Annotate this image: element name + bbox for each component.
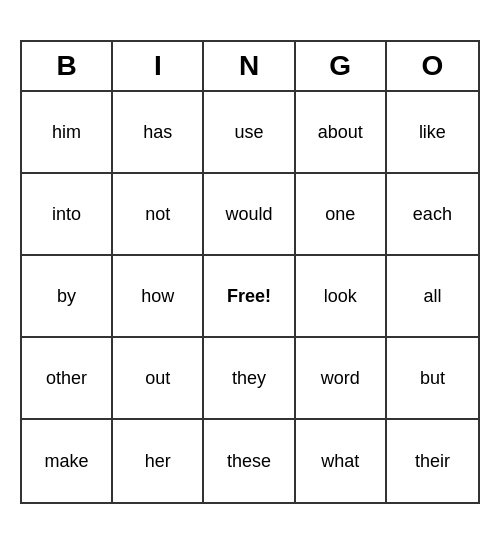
bingo-cell-1[interactable]: has xyxy=(113,92,204,174)
bingo-cell-8[interactable]: one xyxy=(296,174,387,256)
bingo-cell-16[interactable]: out xyxy=(113,338,204,420)
header-b: B xyxy=(22,42,113,90)
bingo-cell-6[interactable]: not xyxy=(113,174,204,256)
bingo-cell-7[interactable]: would xyxy=(204,174,295,256)
bingo-cell-21[interactable]: her xyxy=(113,420,204,502)
bingo-cell-4[interactable]: like xyxy=(387,92,478,174)
bingo-cell-22[interactable]: these xyxy=(204,420,295,502)
bingo-cell-12[interactable]: Free! xyxy=(204,256,295,338)
bingo-grid: himhasuseaboutlikeintonotwouldoneeachbyh… xyxy=(22,92,478,502)
bingo-cell-0[interactable]: him xyxy=(22,92,113,174)
bingo-cell-20[interactable]: make xyxy=(22,420,113,502)
bingo-cell-10[interactable]: by xyxy=(22,256,113,338)
bingo-cell-11[interactable]: how xyxy=(113,256,204,338)
bingo-cell-13[interactable]: look xyxy=(296,256,387,338)
header-i: I xyxy=(113,42,204,90)
header-o: O xyxy=(387,42,478,90)
bingo-cell-2[interactable]: use xyxy=(204,92,295,174)
bingo-cell-23[interactable]: what xyxy=(296,420,387,502)
bingo-cell-24[interactable]: their xyxy=(387,420,478,502)
bingo-cell-9[interactable]: each xyxy=(387,174,478,256)
bingo-cell-15[interactable]: other xyxy=(22,338,113,420)
bingo-header: B I N G O xyxy=(22,42,478,92)
bingo-cell-14[interactable]: all xyxy=(387,256,478,338)
bingo-cell-3[interactable]: about xyxy=(296,92,387,174)
bingo-card: B I N G O himhasuseaboutlikeintonotwould… xyxy=(20,40,480,504)
bingo-cell-17[interactable]: they xyxy=(204,338,295,420)
header-n: N xyxy=(204,42,295,90)
bingo-cell-5[interactable]: into xyxy=(22,174,113,256)
header-g: G xyxy=(296,42,387,90)
bingo-cell-19[interactable]: but xyxy=(387,338,478,420)
bingo-cell-18[interactable]: word xyxy=(296,338,387,420)
